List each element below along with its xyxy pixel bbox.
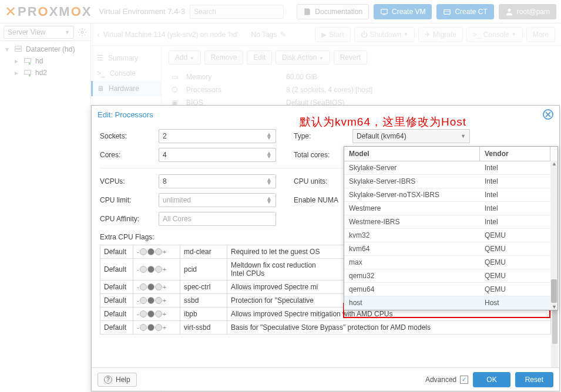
cpulimit-input[interactable]: unlimited▲▼ [159,193,276,207]
sockets-label: Sockets: [100,132,159,140]
dropdown-option[interactable]: maxQEMU [344,256,557,269]
cores-label: Cores: [100,151,159,159]
ok-button[interactable]: OK [473,372,510,387]
cpu-type-dropdown: Model Vendor Skylake-ServerIntelSkylake-… [344,146,558,310]
flag-tristate[interactable]: - + [133,321,180,334]
dropdown-option[interactable]: Skylake-Server-IBRSIntel [344,175,557,188]
flag-tristate[interactable]: - + [133,259,180,281]
cpu-type-select[interactable]: Default (kvm64)▼ [352,129,470,143]
close-button[interactable] [543,109,553,120]
col-vendor[interactable]: Vendor [480,147,550,161]
dropdown-option[interactable]: hostHost [344,296,557,310]
flag-state: Default [100,321,133,334]
spinner-icon[interactable]: ▲▼ [266,194,272,206]
flag-state: Default [100,307,133,321]
checkbox-checked-icon: ✓ [460,376,468,384]
dialog-title: Edit: Processors [98,110,153,119]
affinity-input[interactable]: All Cores [159,212,276,226]
dropdown-option[interactable]: Skylake-Server-noTSX-IBRSIntel [344,188,557,202]
affinity-label: CPU Affinity: [100,215,159,223]
flag-name: md-clear [180,245,227,259]
spinner-icon[interactable]: ▲▼ [266,149,272,161]
vcpus-label: VCPUs: [100,177,159,185]
flag-state: Default [100,294,133,307]
flag-state: Default [100,281,133,294]
dropdown-header: Model Vendor [344,147,557,161]
flag-name: pcid [180,259,227,281]
dropdown-option[interactable]: kvm32QEMU [344,229,557,242]
dropdown-option[interactable]: Westmere-IBRSIntel [344,215,557,229]
annotation-text: 默认为kvm64，这里修改为Host [300,114,466,130]
spinner-icon[interactable]: ▲▼ [266,175,272,187]
flag-state: Default [100,259,133,281]
cores-input[interactable]: 4▲▼ [159,148,276,162]
type-label: Type: [294,132,352,140]
spinner-icon[interactable]: ▲▼ [266,130,272,142]
flag-name: spec-ctrl [180,281,227,294]
dropdown-option[interactable]: qemu64QEMU [344,283,557,296]
dropdown-scrollbar[interactable]: ▲▼ [550,161,557,310]
reset-button[interactable]: Reset [515,372,553,387]
dropdown-option[interactable]: WestmereIntel [344,202,557,215]
dropdown-option[interactable]: kvm64QEMU [344,242,557,256]
flag-desc: Basis for "Speculative Store Bypass" pro… [227,321,551,334]
dropdown-option[interactable]: qemu32QEMU [344,269,557,283]
flag-tristate[interactable]: - + [133,281,180,294]
flag-tristate[interactable]: - + [133,294,180,307]
help-icon: ? [104,376,112,384]
col-model[interactable]: Model [344,147,480,161]
flag-tristate[interactable]: - + [133,245,180,259]
chevron-down-icon: ▼ [461,133,466,139]
vcpus-input[interactable]: 8▲▼ [159,174,276,188]
flag-name: ibpb [180,307,227,321]
flag-name: virt-ssbd [180,321,227,334]
flag-row: Default- +virt-ssbdBasis for "Speculativ… [100,321,551,334]
sockets-input[interactable]: 2▲▼ [159,129,276,143]
flag-name: ssbd [180,294,227,307]
flag-state: Default [100,245,133,259]
cpulimit-label: CPU limit: [100,196,159,204]
advanced-toggle[interactable]: Advanced✓ [425,376,468,384]
flag-tristate[interactable]: - + [133,307,180,321]
dropdown-option[interactable]: Skylake-ServerIntel [344,161,557,175]
dialog-footer: ?Help Advanced✓ OK Reset [92,367,559,391]
help-button[interactable]: ?Help [98,373,137,387]
